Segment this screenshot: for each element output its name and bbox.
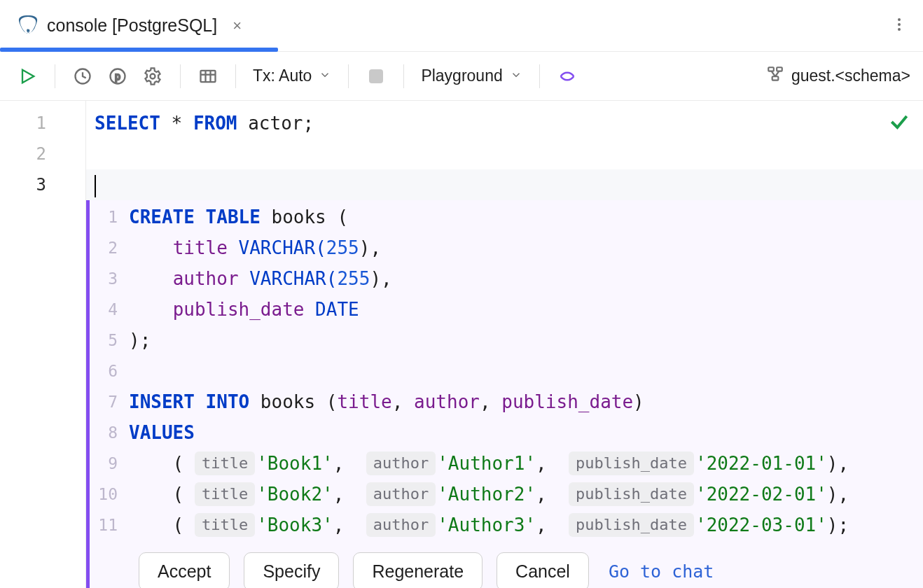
svg-line-17 — [772, 71, 775, 76]
line-number: 1 — [0, 108, 85, 139]
toolbar-separator — [348, 64, 349, 88]
code-line: INSERT INTO books (title, author, publis… — [129, 386, 923, 417]
regenerate-button[interactable]: Regenerate — [353, 552, 483, 589]
tab-bar: console [PostgreSQL] × — [0, 0, 923, 52]
line-number: 10 — [90, 479, 122, 510]
explain-plan-button[interactable]: p — [103, 62, 132, 91]
settings-button[interactable] — [138, 62, 167, 91]
toolbar-separator — [55, 64, 55, 88]
line-number: 1 — [90, 202, 122, 232]
accept-button[interactable]: Accept — [139, 552, 230, 589]
specify-button[interactable]: Specify — [244, 552, 339, 589]
ai-suggestion-panel: 1 2 3 4 5 6 7 8 9 10 11 CREATE TABLE boo… — [86, 200, 923, 588]
toolbar-separator — [235, 64, 236, 88]
line-number: 2 — [90, 232, 122, 263]
svg-point-9 — [151, 74, 155, 78]
schema-context-selector[interactable]: guest.<schema> — [766, 65, 910, 88]
svg-point-1 — [30, 22, 32, 24]
param-hint: author — [366, 451, 436, 475]
ai-code[interactable]: CREATE TABLE books ( title VARCHAR(255),… — [122, 200, 923, 588]
code-area[interactable]: SELECT * FROM actor; 1 2 3 4 5 6 7 8 9 1… — [85, 101, 923, 588]
param-hint: publish_date — [569, 513, 694, 537]
code-line: ( title'Book1', author'Author1', publish… — [129, 448, 923, 479]
session-label: Playground — [421, 66, 502, 85]
cancel-button[interactable]: Cancel — [497, 552, 589, 589]
line-number: 11 — [90, 510, 122, 540]
svg-point-3 — [898, 23, 901, 26]
tab-close-button[interactable]: × — [233, 18, 242, 34]
param-hint: title — [195, 513, 255, 537]
code-line: title VARCHAR(255), — [129, 232, 923, 263]
ai-assistant-button[interactable] — [553, 62, 582, 91]
svg-point-2 — [898, 18, 901, 21]
code-line: ( title'Book3', author'Author3', publish… — [129, 510, 923, 540]
tx-mode-label: Tx: Auto — [253, 66, 312, 85]
toolbar-separator — [403, 64, 404, 88]
data-view-button[interactable] — [193, 62, 223, 91]
sql-editor[interactable]: 1 2 3 SELECT * FROM actor; 1 2 3 4 5 6 7… — [0, 101, 923, 588]
svg-text:p: p — [115, 70, 120, 81]
line-number: 8 — [90, 417, 122, 448]
code-line: CREATE TABLE books ( — [129, 202, 923, 232]
code-line: ); — [129, 325, 923, 356]
toolbar-separator — [180, 64, 181, 88]
svg-rect-10 — [201, 70, 216, 81]
param-hint: author — [366, 482, 436, 506]
main-gutter: 1 2 3 — [0, 101, 85, 588]
line-number: 7 — [90, 386, 122, 417]
go-to-chat-link[interactable]: Go to chat — [609, 561, 714, 582]
code-line: ( title'Book2', author'Author2', publish… — [129, 479, 923, 510]
code-line[interactable] — [86, 169, 923, 200]
tab-title: console [PostgreSQL] — [47, 15, 217, 36]
run-button[interactable] — [13, 62, 42, 91]
console-tab[interactable]: console [PostgreSQL] × — [0, 0, 259, 51]
history-button[interactable] — [68, 62, 97, 91]
line-number: 5 — [90, 325, 122, 356]
code-line: author VARCHAR(255), — [129, 263, 923, 294]
postgres-icon — [18, 15, 39, 36]
line-number: 6 — [90, 356, 122, 386]
stop-icon — [369, 69, 383, 83]
editor-toolbar: p Tx: Auto Playground guest.<schema> — [0, 52, 923, 101]
svg-marker-5 — [22, 69, 34, 83]
param-hint: title — [195, 482, 255, 506]
line-number: 9 — [90, 448, 122, 479]
code-line: publish_date DATE — [129, 294, 923, 325]
line-number: 4 — [90, 294, 122, 325]
schema-context-label: guest.<schema> — [791, 66, 910, 85]
schema-icon — [766, 65, 784, 88]
param-hint: publish_date — [569, 482, 694, 506]
tab-overflow-button[interactable] — [891, 16, 908, 36]
ai-action-bar: Accept Specify Regenerate Cancel Go to c… — [129, 546, 923, 588]
session-dropdown[interactable]: Playground — [417, 66, 526, 85]
line-number: 3 — [90, 263, 122, 294]
chevron-down-icon — [510, 66, 522, 85]
code-line — [129, 356, 923, 386]
svg-point-0 — [24, 22, 26, 24]
stop-button[interactable] — [361, 62, 391, 91]
chevron-down-icon — [319, 66, 331, 85]
code-line: VALUES — [129, 417, 923, 448]
svg-rect-15 — [777, 67, 782, 71]
caret — [95, 175, 96, 197]
svg-line-18 — [775, 71, 779, 76]
toolbar-separator — [539, 64, 540, 88]
code-line[interactable] — [86, 139, 923, 169]
svg-rect-14 — [768, 67, 774, 71]
ai-gutter: 1 2 3 4 5 6 7 8 9 10 11 — [90, 200, 122, 588]
svg-point-4 — [898, 28, 901, 31]
param-hint: author — [366, 513, 436, 537]
tx-mode-dropdown[interactable]: Tx: Auto — [249, 66, 335, 85]
param-hint: title — [195, 451, 255, 475]
line-number: 2 — [0, 139, 85, 169]
code-line[interactable]: SELECT * FROM actor; — [86, 108, 923, 139]
line-number: 3 — [0, 169, 85, 200]
param-hint: publish_date — [569, 451, 694, 475]
svg-rect-16 — [772, 76, 779, 80]
active-tab-indicator — [0, 48, 278, 52]
